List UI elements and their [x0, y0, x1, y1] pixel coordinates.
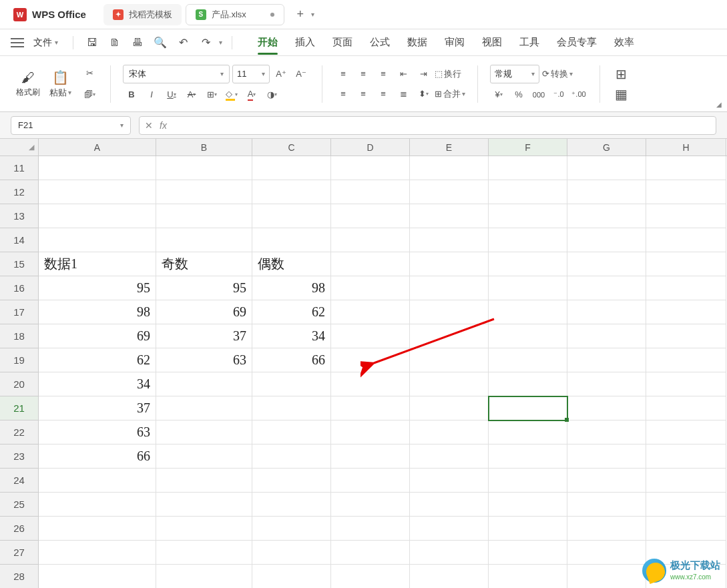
cell-F15[interactable]	[489, 252, 567, 276]
qat-chevron-down-icon[interactable]: ▾	[219, 39, 222, 46]
cell-D19[interactable]	[331, 348, 410, 372]
cell-H25[interactable]	[646, 493, 726, 517]
row-header-11[interactable]: 11	[0, 156, 39, 180]
cell-H23[interactable]	[646, 445, 726, 469]
cell-H16[interactable]	[646, 276, 726, 300]
cell-F24[interactable]	[489, 469, 567, 493]
row-header-23[interactable]: 23	[0, 445, 39, 469]
column-header-H[interactable]: H	[646, 139, 726, 156]
cell-F28[interactable]	[489, 565, 567, 588]
cell-D24[interactable]	[331, 469, 410, 493]
cell-G25[interactable]	[567, 493, 646, 517]
row-header-22[interactable]: 22	[0, 420, 39, 445]
underline-button[interactable]: U▾	[163, 86, 180, 103]
cell-G28[interactable]	[567, 565, 646, 588]
cell-F22[interactable]	[489, 420, 567, 445]
print-icon[interactable]: 🖶	[128, 33, 147, 52]
cell-A17[interactable]: 98	[39, 300, 156, 324]
cell-F14[interactable]	[489, 228, 567, 252]
cell-D17[interactable]	[331, 300, 410, 324]
cell-D22[interactable]	[331, 420, 410, 445]
cell-D28[interactable]	[331, 565, 410, 588]
column-header-C[interactable]: C	[252, 139, 331, 156]
row-header-24[interactable]: 24	[0, 469, 39, 493]
cell-F26[interactable]	[489, 517, 567, 541]
cell-C16[interactable]: 98	[252, 276, 331, 300]
strikethrough-button[interactable]: A▾	[183, 86, 200, 103]
row-header-17[interactable]: 17	[0, 300, 39, 324]
cell-B19[interactable]: 63	[156, 348, 252, 372]
increase-font-icon[interactable]: A⁺	[272, 65, 290, 83]
column-header-A[interactable]: A	[39, 139, 156, 156]
cell-A15[interactable]: 数据1	[39, 252, 156, 276]
redo-icon[interactable]: ↷	[196, 33, 215, 52]
decrease-font-icon[interactable]: A⁻	[292, 65, 310, 83]
row-header-15[interactable]: 15	[0, 252, 39, 276]
cell-G13[interactable]	[567, 204, 646, 228]
cell-C20[interactable]	[252, 372, 331, 396]
cell-E26[interactable]	[410, 517, 489, 541]
cell-C21[interactable]	[252, 396, 331, 420]
cell-E20[interactable]	[410, 372, 489, 396]
cell-E17[interactable]	[410, 300, 489, 324]
cell-D16[interactable]	[331, 276, 410, 300]
cell-E12[interactable]	[410, 180, 489, 204]
column-header-D[interactable]: D	[331, 139, 410, 156]
row-header-13[interactable]: 13	[0, 204, 39, 228]
row-header-21[interactable]: 21	[0, 396, 39, 420]
cell-H11[interactable]	[646, 156, 726, 180]
menu-tab-2[interactable]: 页面	[332, 31, 352, 54]
cell-C13[interactable]	[252, 204, 331, 228]
cell-E27[interactable]	[410, 541, 489, 565]
cell-G20[interactable]	[567, 372, 646, 396]
cell-A18[interactable]: 69	[39, 324, 156, 348]
cell-D23[interactable]	[331, 445, 410, 469]
cell-F21[interactable]	[489, 396, 567, 420]
cell-A13[interactable]	[39, 204, 156, 228]
cell-F19[interactable]	[489, 348, 567, 372]
cell-A14[interactable]	[39, 228, 156, 252]
row-header-27[interactable]: 27	[0, 541, 39, 565]
tab-document[interactable]: S 产品.xlsx	[186, 4, 284, 25]
conditional-format-icon[interactable]: ⊞	[612, 65, 630, 83]
cell-G11[interactable]	[567, 156, 646, 180]
cell-A19[interactable]: 62	[39, 348, 156, 372]
number-format-select[interactable]: 常规▾	[490, 65, 539, 83]
cell-G15[interactable]	[567, 252, 646, 276]
cell-F11[interactable]	[489, 156, 567, 180]
cell-F12[interactable]	[489, 180, 567, 204]
cell-C19[interactable]: 66	[252, 348, 331, 372]
orientation-icon[interactable]: ⬍▾	[415, 85, 432, 103]
cell-B28[interactable]	[156, 565, 252, 588]
cell-A22[interactable]: 63	[39, 420, 156, 445]
tab-templates[interactable]: ✦ 找稻壳模板	[103, 4, 182, 25]
cell-F18[interactable]	[489, 324, 567, 348]
cell-A26[interactable]	[39, 517, 156, 541]
ribbon-expand-icon[interactable]: ◢	[716, 101, 724, 109]
format-painter-button[interactable]: 🖌 格式刷	[16, 70, 40, 98]
menu-tab-6[interactable]: 视图	[482, 31, 502, 54]
row-header-12[interactable]: 12	[0, 180, 39, 204]
menu-tab-9[interactable]: 效率	[614, 31, 634, 54]
cell-B11[interactable]	[156, 156, 252, 180]
cell-B12[interactable]	[156, 180, 252, 204]
file-menu[interactable]: 文件▾	[28, 37, 63, 49]
cell-F23[interactable]	[489, 445, 567, 469]
align-middle-icon[interactable]: ≡	[354, 65, 372, 83]
cell-B18[interactable]: 37	[156, 324, 252, 348]
cell-F25[interactable]	[489, 493, 567, 517]
cell-C17[interactable]: 62	[252, 300, 331, 324]
increase-decimal-button[interactable]: ⁺.00	[570, 86, 587, 103]
font-name-select[interactable]: 宋体▾	[123, 65, 230, 83]
cell-H14[interactable]	[646, 228, 726, 252]
bold-button[interactable]: B	[123, 86, 140, 103]
cell-B25[interactable]	[156, 493, 252, 517]
cell-B21[interactable]	[156, 396, 252, 420]
menu-tab-5[interactable]: 审阅	[445, 31, 465, 54]
cell-D25[interactable]	[331, 493, 410, 517]
tabs-chevron-down-icon[interactable]: ▾	[311, 11, 314, 18]
cell-D27[interactable]	[331, 541, 410, 565]
italic-button[interactable]: I	[143, 86, 160, 103]
cell-E22[interactable]	[410, 420, 489, 445]
save-icon[interactable]: 🖫	[83, 33, 101, 52]
